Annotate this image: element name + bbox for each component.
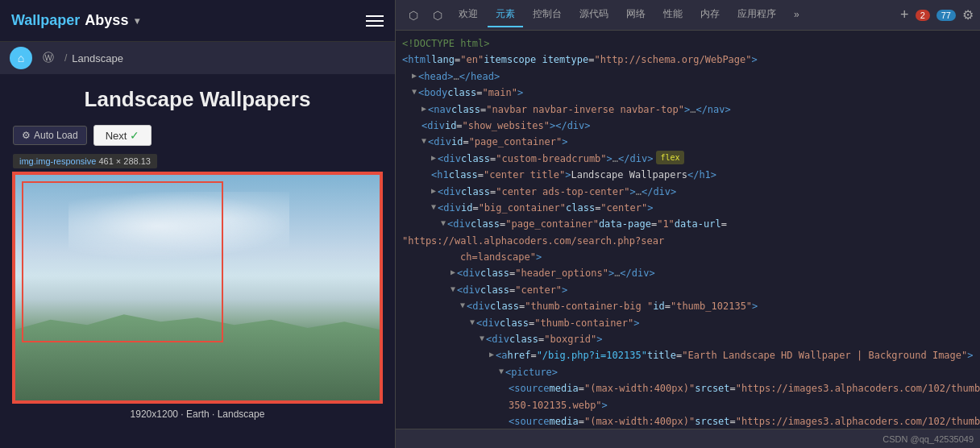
error-badge: 2 xyxy=(916,10,930,21)
code-line-html: <html lang="en" itemscope itemtype="http… xyxy=(396,52,980,68)
breadcrumb-separator: / xyxy=(64,52,67,64)
hamburger-line xyxy=(366,20,384,22)
code-line-center[interactable]: ▼ <div class="center" > xyxy=(396,282,980,298)
code-line-thumb-big[interactable]: ▼ <div class="thumb-container-big " id="… xyxy=(396,298,980,314)
tab-more[interactable]: » xyxy=(786,4,808,27)
code-line-source1b: 350-102135.webp" > xyxy=(396,397,980,413)
toolbar: ⚙ Auto Load Next ✓ xyxy=(13,125,152,146)
brand-wallpaper: Wallpaper xyxy=(11,12,80,29)
home-icon[interactable]: ⌂ xyxy=(10,47,32,69)
tab-welcome[interactable]: 欢迎 xyxy=(451,2,486,27)
tab-application[interactable]: 应用程序 xyxy=(729,2,784,27)
code-line-ads[interactable]: ▶ <div class="center ads-top-center" >…<… xyxy=(396,184,980,200)
devtools-panel: ⬡ ⬡ 欢迎 元素 控制台 源代码 网络 性能 内存 应用程序 » + 2 77… xyxy=(395,0,980,448)
devtools-code-view[interactable]: <!DOCTYPE html> <html lang="en" itemscop… xyxy=(396,31,980,429)
img-info-bar: img.img-responsive 461 × 288.13 xyxy=(13,154,157,168)
img-class-name: img.img-responsive xyxy=(19,156,96,166)
hamburger-menu[interactable] xyxy=(366,15,384,27)
selection-outline xyxy=(14,173,381,402)
devtools-icon-inspect[interactable]: ⬡ xyxy=(402,4,425,27)
left-panel: Wallpaper Abyss ▾ ⌂ Ⓦ / Landscape Landsc… xyxy=(0,0,395,448)
flex-badge: flex xyxy=(656,151,683,164)
brand[interactable]: Wallpaper Abyss ▾ xyxy=(11,12,139,29)
devtools-tabs: ⬡ ⬡ 欢迎 元素 控制台 源代码 网络 性能 内存 应用程序 » + 2 77… xyxy=(396,0,980,31)
devtools-actions: + 2 77 ⚙ xyxy=(900,6,974,23)
next-label: Next xyxy=(106,130,127,142)
code-line-breadcrumb[interactable]: ▶ <div class="custom-breadcrumb" >…</div… xyxy=(396,151,980,167)
code-line-show-websites: <div id="show_websites" ></div> xyxy=(396,118,980,134)
devtools-bottom-bar: CSDN @qq_42535049 xyxy=(396,429,980,448)
code-line-body[interactable]: ▼ <body class="main" > xyxy=(396,85,980,101)
breadcrumb-label: Landscape xyxy=(72,52,123,64)
code-line-picture[interactable]: ▼ <picture> xyxy=(396,364,980,380)
image-caption: 1920x1200 · Earth · Landscape xyxy=(131,409,265,420)
page-title: Landscape Wallpapers xyxy=(85,87,311,112)
add-icon[interactable]: + xyxy=(900,6,909,23)
code-line-page-container2b: ch=landscape" > xyxy=(396,249,980,265)
auto-load-label: Auto Load xyxy=(34,130,78,141)
code-line-head[interactable]: ▶ <head>…</head> xyxy=(396,68,980,85)
gear-icon: ⚙ xyxy=(22,130,31,141)
code-line-big-container[interactable]: ▼ <div id="big_container" class="center"… xyxy=(396,200,980,216)
content-area: Landscape Wallpapers ⚙ Auto Load Next ✓ … xyxy=(0,74,395,448)
devtools-icon-device[interactable]: ⬡ xyxy=(426,4,449,27)
csdn-watermark: CSDN @qq_42535049 xyxy=(882,434,974,444)
tab-elements[interactable]: 元素 xyxy=(488,2,523,27)
wallpaper-image xyxy=(12,172,383,404)
tab-memory[interactable]: 内存 xyxy=(692,2,728,27)
img-dimensions: 461 × 288.13 xyxy=(98,156,151,166)
code-line-boxgrid[interactable]: ▼ <div class="boxgrid" > xyxy=(396,331,980,347)
code-line-anchor[interactable]: ▶ <a href="/big.php?i=102135" title="Ear… xyxy=(396,347,980,363)
warning-badge: 77 xyxy=(936,10,956,21)
tab-performance[interactable]: 性能 xyxy=(655,2,691,27)
auto-load-button[interactable]: ⚙ Auto Load xyxy=(13,126,87,145)
tab-sources[interactable]: 源代码 xyxy=(571,2,617,27)
tab-network[interactable]: 网络 xyxy=(618,2,654,27)
checkmark-icon: ✓ xyxy=(130,129,139,142)
code-line-page-container[interactable]: ▼ <div id="page_container" > xyxy=(396,134,980,150)
code-line-nav[interactable]: ▶ <nav class="navbar navbar-inverse navb… xyxy=(396,102,980,118)
code-line-page-container2[interactable]: ▼ <div class="page_container" data-page=… xyxy=(396,216,980,249)
code-line-source2: <source media="(max-width:400px)" srcset… xyxy=(396,413,980,429)
brand-chevron: ▾ xyxy=(135,15,139,27)
next-button[interactable]: Next ✓ xyxy=(93,125,152,146)
code-line-source1: <source media="(max-width:400px)" srcset… xyxy=(396,380,980,396)
code-line-doctype: <!DOCTYPE html> xyxy=(396,35,980,52)
code-line-thumb-container[interactable]: ▼ <div class="thumb-container" > xyxy=(396,315,980,331)
devtools-settings-icon[interactable]: ⚙ xyxy=(962,7,974,23)
user-icon: Ⓦ xyxy=(37,47,60,69)
landscape-background xyxy=(14,173,381,402)
hamburger-line xyxy=(366,15,384,17)
hamburger-line xyxy=(366,25,384,27)
breadcrumb: ⌂ Ⓦ / Landscape xyxy=(0,42,395,74)
code-line-h1: <h1 class="center title" > Landscape Wal… xyxy=(396,167,980,183)
brand-abyss: Abyss xyxy=(85,12,128,29)
tab-console[interactable]: 控制台 xyxy=(525,2,570,27)
code-line-header-options[interactable]: ▶ <div class="header_options" >…</div> xyxy=(396,265,980,281)
top-nav: Wallpaper Abyss ▾ xyxy=(0,0,395,42)
